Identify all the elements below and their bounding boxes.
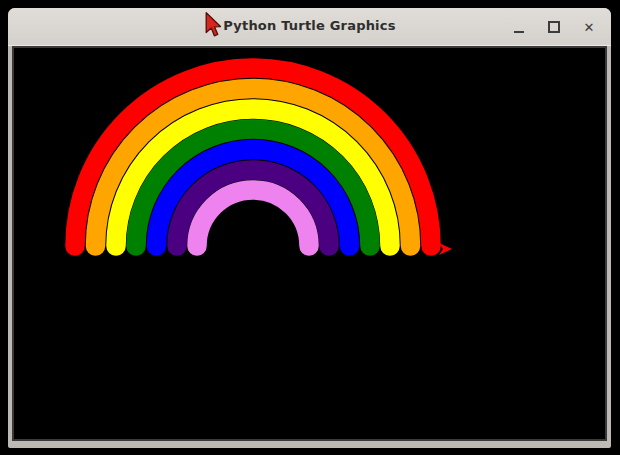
screen-background: Python Turtle Graphics ✕ xyxy=(0,0,620,455)
maximize-button[interactable] xyxy=(544,16,564,38)
close-button[interactable]: ✕ xyxy=(579,16,599,38)
window-titlebar[interactable]: Python Turtle Graphics ✕ xyxy=(8,8,611,46)
canvas-border xyxy=(12,46,607,441)
window-controls: ✕ xyxy=(509,8,599,46)
close-icon: ✕ xyxy=(584,21,595,34)
maximize-icon xyxy=(548,21,560,33)
minimize-button[interactable] xyxy=(509,16,529,38)
turtle-graphics-window: Python Turtle Graphics ✕ xyxy=(8,8,611,448)
turtle-canvas xyxy=(14,48,605,439)
minimize-icon xyxy=(514,31,524,33)
rainbow-arc-violet xyxy=(197,190,309,246)
turtle-cursor xyxy=(439,243,452,255)
